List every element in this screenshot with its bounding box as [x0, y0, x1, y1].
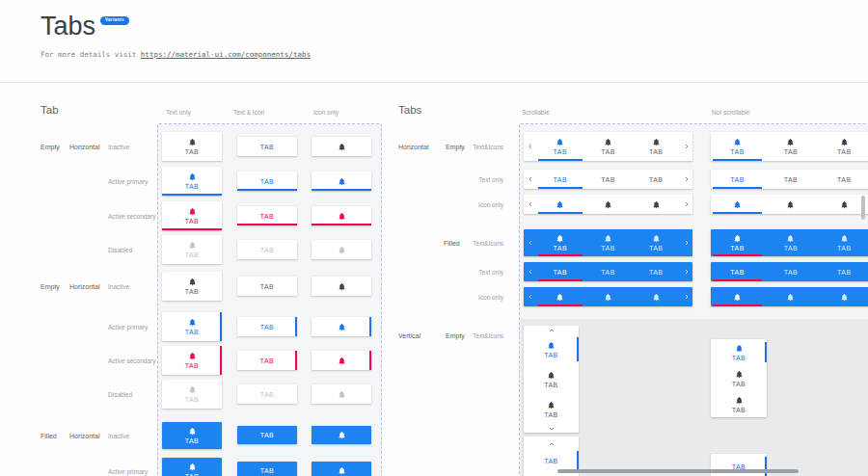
- horizontal-scrollbar-thumb[interactable]: [557, 469, 799, 473]
- tab[interactable]: [818, 287, 868, 306]
- tab[interactable]: [632, 195, 680, 214]
- tab-text-only[interactable]: TAB: [237, 351, 297, 370]
- tab[interactable]: TAB: [764, 262, 817, 281]
- tab-text-icon[interactable]: TAB: [162, 422, 222, 449]
- scroll-right-button[interactable]: [680, 287, 692, 306]
- tab[interactable]: TAB: [584, 132, 633, 161]
- scroll-right-button[interactable]: [680, 170, 692, 189]
- tab-text-only[interactable]: TAB: [237, 426, 297, 444]
- chevron-left-icon: [528, 176, 533, 182]
- docs-link[interactable]: https://material-ui.com/components/tabs: [141, 50, 311, 59]
- tab-text-only[interactable]: TAB: [237, 462, 297, 476]
- tab[interactable]: TAB: [584, 262, 633, 281]
- tab[interactable]: TAB: [536, 132, 584, 161]
- tab[interactable]: [711, 195, 764, 214]
- variants-badge: Variants: [100, 16, 129, 25]
- scroll-right-button[interactable]: [680, 262, 692, 281]
- tab-icon-only[interactable]: [312, 384, 371, 404]
- scroll-down-button[interactable]: [524, 424, 579, 433]
- tab[interactable]: TAB: [536, 170, 584, 189]
- tab-text-only[interactable]: TAB: [237, 277, 297, 296]
- tab-text-icon[interactable]: TAB: [162, 272, 222, 301]
- tab[interactable]: TAB: [524, 334, 579, 364]
- tab-text-icon[interactable]: TAB: [162, 380, 222, 409]
- tab-text-icon[interactable]: TAB: [162, 167, 222, 196]
- tab[interactable]: TAB: [818, 262, 868, 281]
- tab-icon-only[interactable]: [312, 206, 371, 225]
- tab[interactable]: [764, 195, 817, 214]
- tab-text-icon[interactable]: TAB: [162, 132, 222, 161]
- scroll-left-button[interactable]: [524, 132, 536, 161]
- tab[interactable]: TAB: [632, 132, 680, 161]
- tab[interactable]: TAB: [632, 262, 680, 281]
- tab[interactable]: [632, 287, 680, 306]
- tab-text-only[interactable]: TAB: [237, 317, 297, 336]
- tab[interactable]: TAB: [818, 132, 868, 161]
- scroll-left-button[interactable]: [524, 195, 536, 214]
- scroll-left-button[interactable]: [524, 262, 536, 281]
- tab[interactable]: [584, 195, 633, 214]
- tab[interactable]: TAB: [818, 229, 868, 256]
- tab-icon-only[interactable]: [312, 240, 371, 259]
- tab[interactable]: TAB: [632, 229, 680, 256]
- tab[interactable]: TAB: [711, 170, 764, 189]
- scroll-right-button[interactable]: [680, 195, 692, 214]
- tab[interactable]: TAB: [764, 229, 817, 256]
- tab[interactable]: TAB: [764, 170, 817, 189]
- vertical-scrollbar-thumb[interactable]: [861, 196, 865, 220]
- tab-text-icon[interactable]: TAB: [162, 346, 222, 375]
- tab[interactable]: TAB: [584, 170, 633, 189]
- notifications-icon: [188, 278, 197, 286]
- tabs-bar-fixed: [711, 287, 868, 306]
- tab-icon-only[interactable]: [312, 426, 371, 444]
- tab-text-only[interactable]: TAB: [237, 206, 297, 225]
- notifications-icon: [786, 293, 795, 302]
- tabs-bar-scrollable: [524, 287, 692, 306]
- tab[interactable]: TAB: [584, 229, 633, 256]
- tab-text-only[interactable]: TAB: [237, 172, 297, 191]
- tab-text-icon[interactable]: TAB: [162, 458, 222, 476]
- tab[interactable]: TAB: [536, 262, 584, 281]
- tab[interactable]: TAB: [711, 365, 767, 391]
- scroll-left-button[interactable]: [524, 229, 536, 256]
- notifications-icon: [188, 385, 197, 394]
- tab[interactable]: TAB: [524, 364, 579, 394]
- tab[interactable]: TAB: [764, 132, 817, 161]
- tab-text-only[interactable]: TAB: [237, 137, 297, 156]
- notifications-icon: [840, 138, 849, 146]
- tab[interactable]: TAB: [711, 229, 764, 256]
- tab-text-icon[interactable]: TAB: [162, 312, 222, 341]
- tab-icon-only[interactable]: [312, 137, 371, 156]
- tab[interactable]: [764, 287, 817, 306]
- tab[interactable]: TAB: [536, 229, 584, 256]
- scroll-right-button[interactable]: [680, 132, 692, 161]
- tab-icon-only[interactable]: [312, 172, 371, 191]
- scroll-up-button[interactable]: [524, 326, 579, 334]
- scroll-left-button[interactable]: [524, 170, 536, 189]
- tab[interactable]: TAB: [818, 170, 868, 189]
- tab-text-only[interactable]: TAB: [237, 384, 297, 404]
- row-state-label: Text only: [434, 269, 503, 276]
- tab[interactable]: [536, 195, 584, 214]
- tab-icon-only[interactable]: [312, 462, 371, 476]
- tab[interactable]: TAB: [711, 262, 764, 281]
- tab-icon-only[interactable]: [312, 317, 371, 336]
- scroll-up-button[interactable]: [524, 439, 579, 448]
- tab[interactable]: [584, 287, 633, 306]
- tab[interactable]: TAB: [524, 394, 579, 424]
- tab[interactable]: [711, 287, 764, 306]
- tab[interactable]: [536, 287, 584, 306]
- tab-text-icon[interactable]: TAB: [162, 201, 222, 230]
- tab-icon-only[interactable]: [312, 277, 371, 296]
- row-state-label: Active secondary: [108, 213, 156, 220]
- scroll-right-button[interactable]: [680, 229, 692, 256]
- tab[interactable]: TAB: [711, 339, 767, 365]
- tab-text-only[interactable]: TAB: [237, 240, 297, 259]
- tab-icon-only[interactable]: [312, 351, 371, 370]
- scroll-left-button[interactable]: [524, 287, 536, 306]
- tab-text-icon[interactable]: TAB: [162, 235, 222, 264]
- tab[interactable]: TAB: [632, 170, 680, 189]
- tab[interactable]: TAB: [711, 391, 767, 417]
- tab[interactable]: TAB: [711, 132, 764, 161]
- tabs-bar-scrollable: TAB TAB TAB: [524, 132, 692, 161]
